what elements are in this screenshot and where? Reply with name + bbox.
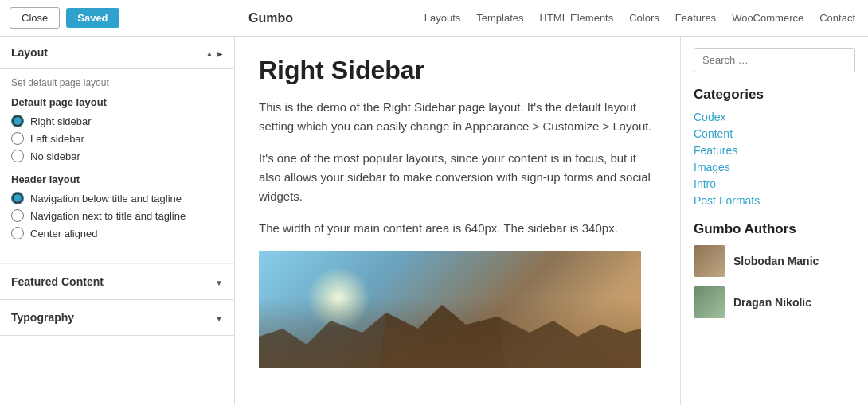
option-no-sidebar-label: No sidebar bbox=[30, 150, 80, 162]
radio-no-sidebar[interactable] bbox=[11, 150, 24, 162]
right-sidebar: Categories Codex Content Features Images… bbox=[681, 37, 868, 405]
nav-contact-link[interactable]: Contact bbox=[819, 12, 855, 24]
option-left-sidebar-label: Left sidebar bbox=[30, 133, 84, 145]
layout-hint: Set default page layout bbox=[11, 77, 223, 88]
nav-colors-link[interactable]: Colors bbox=[629, 12, 659, 24]
search-input[interactable] bbox=[694, 48, 855, 72]
categories-title: Categories bbox=[694, 87, 855, 103]
option-center-aligned[interactable]: Center aligned bbox=[11, 227, 223, 239]
category-post-formats-link[interactable]: Post Formats bbox=[694, 194, 760, 207]
author-slobodan-name: Slobodan Manic bbox=[733, 255, 819, 267]
category-intro-link[interactable]: Intro bbox=[694, 177, 716, 190]
nav-woocommerce-link[interactable]: WooCommerce bbox=[732, 12, 803, 24]
category-features: Features bbox=[694, 144, 855, 157]
svg-marker-0 bbox=[259, 305, 641, 368]
default-layout-options: Right sidebar Left sidebar No sidebar bbox=[11, 115, 223, 162]
option-nav-next[interactable]: Navigation next to title and tagline bbox=[11, 209, 223, 222]
category-codex: Codex bbox=[694, 111, 855, 123]
option-nav-below-label: Navigation below title and tagline bbox=[30, 193, 182, 204]
category-content: Content bbox=[694, 127, 855, 140]
saved-button[interactable]: Saved bbox=[66, 8, 119, 28]
top-nav: Layouts Templates HTML Elements Colors F… bbox=[424, 12, 868, 24]
header-layout-title: Header layout bbox=[11, 173, 223, 185]
category-post-formats: Post Formats bbox=[694, 194, 855, 207]
featured-content-label: Featured Content bbox=[11, 275, 104, 288]
arrow-right-icon bbox=[217, 46, 223, 59]
rock-svg bbox=[259, 289, 641, 368]
content-para-1: This is the demo of the Right Sidebar pa… bbox=[259, 98, 656, 136]
author-dragan-name: Dragan Nikolic bbox=[733, 296, 811, 309]
content-image bbox=[259, 251, 641, 368]
layout-arrows bbox=[205, 46, 223, 59]
typography-label: Typography bbox=[11, 311, 74, 324]
typography-chevron-icon bbox=[215, 311, 223, 324]
option-nav-below[interactable]: Navigation below title and tagline bbox=[11, 192, 223, 204]
option-left-sidebar[interactable]: Left sidebar bbox=[11, 132, 223, 145]
left-controls: Close Saved bbox=[0, 7, 239, 29]
option-right-sidebar-label: Right sidebar bbox=[30, 115, 92, 127]
left-sidebar: Layout Set default page layout Default p… bbox=[0, 37, 235, 405]
featured-content-section[interactable]: Featured Content bbox=[0, 264, 234, 300]
radio-left-sidebar[interactable] bbox=[11, 132, 24, 145]
nav-features-link[interactable]: Features bbox=[675, 12, 716, 24]
author-slobodan: Slobodan Manic bbox=[694, 245, 855, 277]
authors-title: Gumbo Authors bbox=[694, 221, 855, 237]
nav-templates-link[interactable]: Templates bbox=[476, 12, 523, 24]
content-para-3: The width of your main content area is 6… bbox=[259, 219, 656, 238]
option-no-sidebar[interactable]: No sidebar bbox=[11, 150, 223, 162]
option-right-sidebar[interactable]: Right sidebar bbox=[11, 115, 223, 127]
layout-section-header[interactable]: Layout bbox=[0, 37, 234, 69]
featured-content-chevron-icon bbox=[215, 275, 223, 288]
category-images-link[interactable]: Images bbox=[694, 161, 730, 173]
category-images: Images bbox=[694, 161, 855, 173]
radio-nav-next[interactable] bbox=[11, 209, 24, 222]
nav-layouts-link[interactable]: Layouts bbox=[424, 12, 461, 24]
radio-nav-below[interactable] bbox=[11, 192, 24, 204]
header-layout-options: Navigation below title and tagline Navig… bbox=[11, 192, 223, 239]
category-content-link[interactable]: Content bbox=[694, 127, 733, 140]
svg-marker-1 bbox=[378, 305, 506, 368]
option-nav-next-label: Navigation next to title and tagline bbox=[30, 210, 186, 222]
author-dragan: Dragan Nikolic bbox=[694, 286, 855, 318]
author-dragan-avatar bbox=[694, 286, 725, 318]
site-title: Gumbo bbox=[239, 11, 293, 25]
radio-center-aligned[interactable] bbox=[11, 227, 24, 239]
typography-section[interactable]: Typography bbox=[0, 300, 234, 336]
categories-list: Codex Content Features Images Intro Post… bbox=[694, 111, 855, 207]
content-title: Right Sidebar bbox=[259, 56, 656, 85]
content-para-2: It's one of the most popular layouts, si… bbox=[259, 149, 656, 206]
layout-section-body: Set default page layout Default page lay… bbox=[0, 69, 234, 264]
default-layout-title: Default page layout bbox=[11, 96, 223, 108]
top-bar: Close Saved Gumbo Layouts Templates HTML… bbox=[0, 0, 868, 37]
layout-header-label: Layout bbox=[11, 46, 48, 59]
main-layout: Layout Set default page layout Default p… bbox=[0, 37, 868, 405]
radio-right-sidebar[interactable] bbox=[11, 115, 24, 127]
nav-html-elements-link[interactable]: HTML Elements bbox=[540, 12, 614, 24]
authors-section: Gumbo Authors Slobodan Manic Dragan Niko… bbox=[694, 221, 855, 318]
option-center-aligned-label: Center aligned bbox=[30, 228, 98, 239]
category-features-link[interactable]: Features bbox=[694, 144, 737, 157]
close-button[interactable]: Close bbox=[10, 7, 60, 29]
arrow-up-icon bbox=[205, 46, 213, 59]
category-intro: Intro bbox=[694, 177, 855, 190]
content-area: Right Sidebar This is the demo of the Ri… bbox=[235, 37, 681, 405]
category-codex-link[interactable]: Codex bbox=[694, 111, 725, 123]
author-slobodan-avatar bbox=[694, 245, 725, 277]
